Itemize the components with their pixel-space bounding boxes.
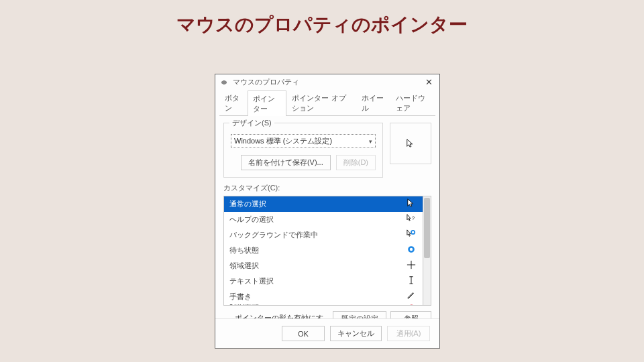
tab-strip: ボタン ポインター ポインター オプション ホイール ハードウェア [215, 90, 439, 115]
list-item[interactable]: バックグラウンドで作業中 [224, 227, 423, 243]
chevron-down-icon: ▾ [369, 138, 372, 145]
list-item[interactable]: 手書き [224, 289, 423, 304]
list-item[interactable]: 利用不可 ⊘ [224, 304, 423, 306]
design-legend: デザイン(S) [229, 118, 274, 128]
app-icon [219, 79, 229, 86]
tab-hardware[interactable]: ハードウェア [390, 90, 435, 115]
busy-ring-icon [405, 245, 417, 256]
titlebar: マウスのプロパティ ✕ [215, 74, 439, 90]
list-item-label: バックグラウンドで作業中 [229, 230, 318, 240]
tab-wheel[interactable]: ホイール [356, 90, 390, 115]
tab-buttons[interactable]: ボタン [219, 90, 248, 115]
ok-button[interactable]: OK [282, 326, 325, 341]
list-item-label: テキスト選択 [229, 276, 274, 286]
save-as-button[interactable]: 名前を付けて保存(V)... [241, 155, 331, 170]
tab-pointer[interactable]: ポインター [248, 90, 287, 116]
svg-point-1 [411, 231, 415, 234]
list-item-label: 通常の選択 [229, 199, 266, 209]
no-icon: ⊘ [405, 304, 417, 306]
list-item[interactable]: テキスト選択 [224, 274, 423, 289]
list-item[interactable]: 通常の選択 [224, 196, 423, 212]
list-item[interactable]: ヘルプの選択 ? [224, 212, 423, 227]
arrow-cursor-icon [406, 139, 415, 148]
dialog-action-bar: OK キャンセル 適用(A) [215, 318, 439, 348]
close-button[interactable]: ✕ [422, 77, 435, 87]
list-item[interactable]: 領域選択 [224, 258, 423, 274]
cursor-listbox[interactable]: 通常の選択 ヘルプの選択 ? バックグラウンドで作業中 待ち状態 領域選択 [223, 196, 423, 306]
tab-pointer-options[interactable]: ポインター オプション [286, 90, 356, 115]
customize-label: カスタマイズ(C): [223, 183, 431, 193]
page-heading: マウスのプロパティのポインター [0, 0, 644, 38]
cursor-preview [390, 123, 431, 164]
design-groupbox: デザイン(S) Windows 標準 (システム設定) ▾ 名前を付けて保存(V… [223, 123, 383, 178]
apply-button: 適用(A) [387, 326, 430, 341]
svg-point-2 [409, 247, 414, 252]
crosshair-icon [405, 260, 417, 272]
delete-button: 削除(D) [336, 155, 376, 170]
pen-icon [405, 291, 417, 302]
mouse-properties-dialog: マウスのプロパティ ✕ ボタン ポインター ポインター オプション ホイール ハ… [215, 74, 440, 349]
list-item-label: 利用不可 [229, 304, 259, 306]
help-cursor-icon: ? [405, 214, 417, 225]
svg-text:?: ? [412, 216, 415, 221]
ibeam-icon [405, 276, 417, 287]
cancel-button[interactable]: キャンセル [330, 326, 382, 341]
listbox-scrollbar[interactable] [423, 196, 431, 306]
list-item[interactable]: 待ち状態 [224, 243, 423, 258]
window-title: マウスのプロパティ [233, 77, 299, 87]
arrow-busy-icon [405, 229, 417, 241]
list-item-label: 領域選択 [229, 261, 259, 271]
scheme-dropdown[interactable]: Windows 標準 (システム設定) ▾ [231, 134, 376, 148]
list-item-label: ヘルプの選択 [229, 215, 274, 225]
list-item-label: 待ち状態 [229, 245, 259, 255]
tab-panel-pointer: デザイン(S) Windows 標準 (システム設定) ▾ 名前を付けて保存(V… [215, 116, 439, 339]
cursor-listbox-wrap: 通常の選択 ヘルプの選択 ? バックグラウンドで作業中 待ち状態 領域選択 [223, 196, 431, 306]
scheme-value: Windows 標準 (システム設定) [234, 136, 332, 146]
arrow-cursor-icon [405, 198, 417, 210]
scrollbar-thumb[interactable] [424, 198, 430, 258]
list-item-label: 手書き [229, 292, 252, 302]
